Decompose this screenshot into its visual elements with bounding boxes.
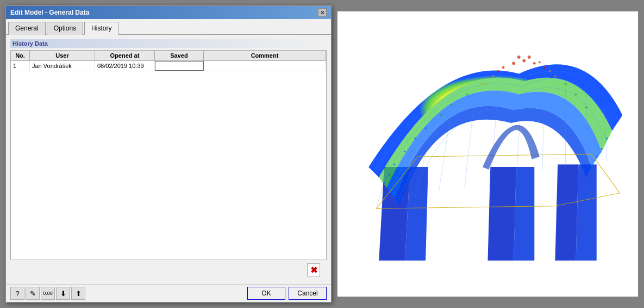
dialog-title: Edit Model - General Data (10, 9, 89, 16)
edit-model-dialog: Edit Model - General Data ✕ General Opti… (5, 5, 332, 303)
svg-point-37 (383, 182, 385, 183)
svg-point-27 (492, 75, 494, 77)
svg-point-18 (512, 62, 515, 65)
import-icon: ⬇ (60, 289, 66, 298)
delete-button[interactable]: ✖ (307, 263, 320, 276)
svg-point-58 (396, 177, 398, 178)
export-icon: ⬆ (76, 289, 82, 298)
svg-marker-4 (514, 167, 534, 261)
table-row: 1 Jan Vondrášek 08/02/2019 10:39 (11, 61, 326, 71)
svg-point-24 (539, 61, 541, 64)
svg-point-33 (451, 104, 453, 106)
svg-point-29 (482, 83, 484, 85)
edit-icon-button[interactable]: ✎ (26, 287, 40, 300)
close-button[interactable]: ✕ (318, 8, 327, 17)
svg-point-64 (412, 239, 414, 241)
cell-comment (204, 61, 326, 71)
col-header-comment: Comment (204, 51, 326, 60)
svg-point-41 (415, 138, 416, 139)
help-icon: ? (15, 289, 19, 298)
svg-point-28 (549, 70, 551, 72)
delete-row: ✖ (10, 260, 327, 280)
svg-point-22 (517, 56, 521, 59)
svg-point-55 (396, 218, 398, 220)
svg-point-39 (393, 164, 395, 165)
svg-point-52 (389, 187, 390, 189)
svg-point-51 (386, 177, 387, 178)
svg-point-38 (389, 174, 390, 176)
value-icon-button[interactable]: 0.00 (41, 287, 55, 300)
tab-options[interactable]: Options (47, 22, 83, 35)
table-header: No. User Opened at Saved Comment (11, 51, 326, 61)
svg-point-40 (404, 151, 406, 152)
cell-saved[interactable] (155, 61, 204, 71)
export-icon-button[interactable]: ⬆ (71, 287, 85, 300)
svg-point-61 (404, 208, 406, 210)
svg-point-21 (502, 66, 505, 69)
col-header-opened: Opened at (95, 51, 155, 60)
dialog-content: History Data No. User Opened at Saved Co… (6, 35, 331, 284)
action-buttons: OK Cancel (247, 287, 327, 300)
svg-point-60 (402, 198, 403, 199)
svg-point-45 (606, 138, 608, 139)
svg-marker-6 (576, 164, 597, 260)
icon-group: ? ✎ 0.00 ⬇ ⬆ (10, 287, 85, 300)
tab-general[interactable]: General (8, 22, 46, 35)
viz-svg (337, 11, 638, 295)
col-header-no: No. (11, 51, 30, 60)
svg-marker-3 (488, 167, 516, 261)
svg-point-23 (528, 56, 531, 59)
svg-point-42 (425, 127, 427, 129)
svg-point-19 (522, 59, 526, 63)
svg-point-62 (407, 218, 408, 220)
delete-icon: ✖ (310, 265, 317, 275)
value-icon: 0.00 (43, 291, 53, 296)
svg-point-59 (399, 187, 401, 189)
svg-point-53 (391, 198, 393, 199)
table-body: 1 Jan Vondrášek 08/02/2019 10:39 (11, 61, 326, 260)
bottom-toolbar: ? ✎ 0.00 ⬇ ⬆ OK Cancel (6, 284, 331, 302)
tab-history[interactable]: History (84, 22, 118, 35)
svg-point-35 (440, 114, 442, 116)
title-bar: Edit Model - General Data ✕ (6, 6, 331, 19)
visualization-panel (337, 11, 639, 297)
svg-point-44 (601, 148, 603, 150)
svg-point-34 (575, 94, 577, 96)
svg-point-26 (543, 66, 546, 69)
history-table: No. User Opened at Saved Comment 1 Jan V… (10, 50, 327, 260)
svg-point-30 (554, 75, 557, 77)
col-header-saved: Saved (155, 51, 204, 60)
cell-no: 1 (11, 61, 30, 71)
svg-point-54 (393, 208, 395, 210)
cell-opened: 08/02/2019 10:39 (95, 61, 155, 71)
svg-point-56 (399, 229, 401, 230)
svg-point-31 (466, 94, 468, 96)
help-icon-button[interactable]: ? (10, 287, 24, 300)
svg-point-32 (565, 83, 567, 85)
svg-point-57 (402, 239, 403, 241)
col-header-user: User (30, 51, 95, 60)
svg-point-43 (596, 156, 597, 158)
svg-point-25 (497, 70, 499, 72)
history-section-label: History Data (10, 39, 327, 48)
svg-marker-5 (555, 164, 578, 260)
svg-point-36 (585, 107, 587, 109)
tab-bar: General Options History (6, 19, 331, 35)
cell-user: Jan Vondrášek (30, 61, 95, 71)
import-icon-button[interactable]: ⬇ (56, 287, 70, 300)
svg-point-20 (533, 62, 536, 65)
ok-button[interactable]: OK (247, 287, 285, 300)
cancel-button[interactable]: Cancel (289, 287, 327, 300)
edit-icon: ✎ (30, 289, 36, 298)
svg-point-63 (409, 229, 411, 230)
